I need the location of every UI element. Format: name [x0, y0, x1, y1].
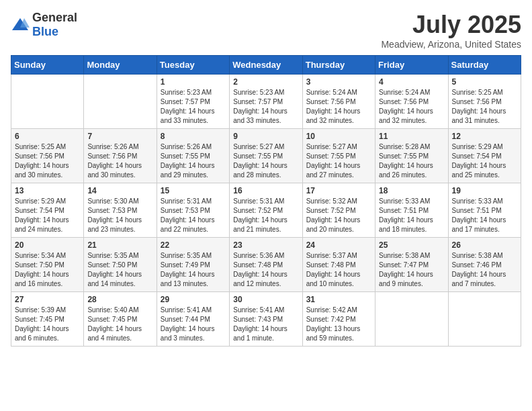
day-info: Sunrise: 5:24 AMSunset: 7:56 PMDaylight:…	[379, 88, 444, 126]
header: General Blue July 2025 Meadview, Arizona…	[11, 11, 521, 50]
weekday-header-friday: Friday	[375, 56, 448, 75]
day-info: Sunrise: 5:26 AMSunset: 7:55 PMDaylight:…	[161, 142, 226, 180]
calendar-cell	[448, 292, 521, 347]
day-info: Sunrise: 5:26 AMSunset: 7:56 PMDaylight:…	[87, 142, 152, 180]
day-number: 8	[161, 132, 226, 141]
week-row-5: 27Sunrise: 5:39 AMSunset: 7:45 PMDayligh…	[11, 292, 521, 347]
day-number: 20	[15, 240, 80, 250]
day-number: 18	[379, 186, 444, 195]
calendar-cell: 1Sunrise: 5:23 AMSunset: 7:57 PMDaylight…	[157, 75, 229, 129]
calendar-cell: 14Sunrise: 5:30 AMSunset: 7:53 PMDayligh…	[84, 183, 157, 238]
calendar-cell: 28Sunrise: 5:40 AMSunset: 7:45 PMDayligh…	[84, 292, 157, 347]
day-info: Sunrise: 5:23 AMSunset: 7:57 PMDaylight:…	[161, 88, 226, 126]
day-number: 25	[379, 240, 444, 250]
day-info: Sunrise: 5:38 AMSunset: 7:47 PMDaylight:…	[379, 251, 444, 289]
calendar-cell: 16Sunrise: 5:31 AMSunset: 7:52 PMDayligh…	[230, 183, 302, 238]
day-info: Sunrise: 5:39 AMSunset: 7:45 PMDaylight:…	[15, 306, 80, 343]
day-number: 12	[452, 132, 517, 141]
day-number: 21	[87, 240, 152, 250]
day-number: 26	[452, 240, 517, 250]
calendar-cell	[11, 75, 84, 129]
day-info: Sunrise: 5:35 AMSunset: 7:49 PMDaylight:…	[161, 251, 226, 289]
day-number: 22	[161, 240, 226, 250]
day-number: 23	[233, 240, 298, 250]
calendar-cell: 10Sunrise: 5:27 AMSunset: 7:55 PMDayligh…	[302, 129, 375, 183]
day-info: Sunrise: 5:38 AMSunset: 7:46 PMDaylight:…	[452, 251, 517, 289]
day-info: Sunrise: 5:29 AMSunset: 7:54 PMDaylight:…	[15, 197, 80, 234]
weekday-header-wednesday: Wednesday	[230, 56, 302, 75]
day-number: 27	[15, 295, 80, 304]
day-info: Sunrise: 5:34 AMSunset: 7:50 PMDaylight:…	[15, 251, 80, 289]
day-info: Sunrise: 5:42 AMSunset: 7:42 PMDaylight:…	[306, 306, 371, 343]
day-number: 29	[161, 295, 226, 304]
calendar-cell: 2Sunrise: 5:23 AMSunset: 7:57 PMDaylight…	[230, 75, 302, 129]
calendar-cell: 3Sunrise: 5:24 AMSunset: 7:56 PMDaylight…	[302, 75, 375, 129]
day-info: Sunrise: 5:27 AMSunset: 7:55 PMDaylight:…	[233, 142, 298, 180]
calendar-cell: 5Sunrise: 5:25 AMSunset: 7:56 PMDaylight…	[448, 75, 521, 129]
day-info: Sunrise: 5:31 AMSunset: 7:53 PMDaylight:…	[161, 197, 226, 234]
day-info: Sunrise: 5:25 AMSunset: 7:56 PMDaylight:…	[15, 142, 80, 180]
calendar-cell: 25Sunrise: 5:38 AMSunset: 7:47 PMDayligh…	[375, 238, 448, 292]
logo: General Blue	[11, 11, 77, 39]
day-info: Sunrise: 5:41 AMSunset: 7:43 PMDaylight:…	[233, 306, 298, 343]
calendar-cell	[84, 75, 157, 129]
weekday-header-monday: Monday	[84, 56, 157, 75]
calendar-cell: 6Sunrise: 5:25 AMSunset: 7:56 PMDaylight…	[11, 129, 84, 183]
day-number: 16	[233, 186, 298, 195]
day-info: Sunrise: 5:32 AMSunset: 7:52 PMDaylight:…	[306, 197, 371, 234]
day-info: Sunrise: 5:25 AMSunset: 7:56 PMDaylight:…	[452, 88, 517, 126]
day-number: 7	[87, 132, 152, 141]
day-number: 9	[233, 132, 298, 141]
day-number: 15	[161, 186, 226, 195]
day-number: 28	[87, 295, 152, 304]
calendar-cell: 11Sunrise: 5:28 AMSunset: 7:55 PMDayligh…	[375, 129, 448, 183]
calendar-cell: 13Sunrise: 5:29 AMSunset: 7:54 PMDayligh…	[11, 183, 84, 238]
day-number: 10	[306, 132, 371, 141]
day-number: 11	[379, 132, 444, 141]
day-info: Sunrise: 5:37 AMSunset: 7:48 PMDaylight:…	[306, 251, 371, 289]
day-number: 24	[306, 240, 371, 250]
calendar-cell: 15Sunrise: 5:31 AMSunset: 7:53 PMDayligh…	[157, 183, 229, 238]
week-row-4: 20Sunrise: 5:34 AMSunset: 7:50 PMDayligh…	[11, 238, 521, 292]
calendar-cell: 12Sunrise: 5:29 AMSunset: 7:54 PMDayligh…	[448, 129, 521, 183]
logo-general: General	[32, 11, 77, 24]
calendar-cell: 30Sunrise: 5:41 AMSunset: 7:43 PMDayligh…	[230, 292, 302, 347]
day-number: 14	[87, 186, 152, 195]
calendar: SundayMondayTuesdayWednesdayThursdayFrid…	[11, 55, 521, 347]
calendar-cell: 24Sunrise: 5:37 AMSunset: 7:48 PMDayligh…	[302, 238, 375, 292]
day-info: Sunrise: 5:29 AMSunset: 7:54 PMDaylight:…	[452, 142, 517, 180]
title-area: July 2025 Meadview, Arizona, United Stat…	[381, 11, 521, 50]
logo-icon	[11, 15, 30, 34]
day-number: 1	[161, 77, 226, 87]
calendar-cell: 20Sunrise: 5:34 AMSunset: 7:50 PMDayligh…	[11, 238, 84, 292]
day-number: 19	[452, 186, 517, 195]
calendar-cell: 27Sunrise: 5:39 AMSunset: 7:45 PMDayligh…	[11, 292, 84, 347]
day-info: Sunrise: 5:30 AMSunset: 7:53 PMDaylight:…	[87, 197, 152, 234]
day-info: Sunrise: 5:35 AMSunset: 7:50 PMDaylight:…	[87, 251, 152, 289]
calendar-cell: 21Sunrise: 5:35 AMSunset: 7:50 PMDayligh…	[84, 238, 157, 292]
day-info: Sunrise: 5:24 AMSunset: 7:56 PMDaylight:…	[306, 88, 371, 126]
day-number: 17	[306, 186, 371, 195]
week-row-3: 13Sunrise: 5:29 AMSunset: 7:54 PMDayligh…	[11, 183, 521, 238]
calendar-cell: 4Sunrise: 5:24 AMSunset: 7:56 PMDaylight…	[375, 75, 448, 129]
calendar-cell: 18Sunrise: 5:33 AMSunset: 7:51 PMDayligh…	[375, 183, 448, 238]
day-info: Sunrise: 5:41 AMSunset: 7:44 PMDaylight:…	[161, 306, 226, 343]
calendar-cell	[375, 292, 448, 347]
day-info: Sunrise: 5:33 AMSunset: 7:51 PMDaylight:…	[452, 197, 517, 234]
logo-blue: Blue	[32, 25, 58, 38]
week-row-2: 6Sunrise: 5:25 AMSunset: 7:56 PMDaylight…	[11, 129, 521, 183]
calendar-cell: 19Sunrise: 5:33 AMSunset: 7:51 PMDayligh…	[448, 183, 521, 238]
day-number: 13	[15, 186, 80, 195]
calendar-cell: 8Sunrise: 5:26 AMSunset: 7:55 PMDaylight…	[157, 129, 229, 183]
day-info: Sunrise: 5:27 AMSunset: 7:55 PMDaylight:…	[306, 142, 371, 180]
weekday-header-sunday: Sunday	[11, 56, 84, 75]
main-title: July 2025	[381, 11, 521, 39]
day-number: 6	[15, 132, 80, 141]
day-info: Sunrise: 5:28 AMSunset: 7:55 PMDaylight:…	[379, 142, 444, 180]
day-info: Sunrise: 5:36 AMSunset: 7:48 PMDaylight:…	[233, 251, 298, 289]
day-info: Sunrise: 5:31 AMSunset: 7:52 PMDaylight:…	[233, 197, 298, 234]
calendar-cell: 26Sunrise: 5:38 AMSunset: 7:46 PMDayligh…	[448, 238, 521, 292]
calendar-cell: 7Sunrise: 5:26 AMSunset: 7:56 PMDaylight…	[84, 129, 157, 183]
calendar-cell: 22Sunrise: 5:35 AMSunset: 7:49 PMDayligh…	[157, 238, 229, 292]
week-row-1: 1Sunrise: 5:23 AMSunset: 7:57 PMDaylight…	[11, 75, 521, 129]
